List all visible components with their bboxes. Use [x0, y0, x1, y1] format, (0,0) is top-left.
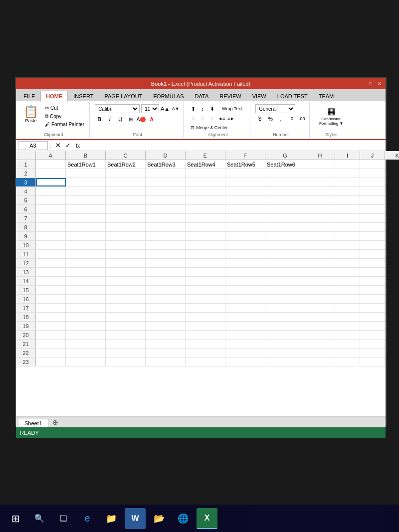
cell-C18[interactable] [106, 313, 146, 321]
cell-K11[interactable] [385, 250, 386, 258]
cell-K22[interactable] [385, 349, 386, 357]
name-box[interactable] [18, 141, 48, 150]
cell-J10[interactable] [360, 241, 385, 249]
cell-G12[interactable] [265, 259, 305, 267]
cell-E1[interactable]: Seat1Row4 [186, 160, 225, 169]
row-number-21[interactable]: 21 [16, 340, 36, 348]
cell-I20[interactable] [335, 331, 360, 339]
cell-A4[interactable] [36, 187, 66, 195]
align-right-btn[interactable]: ≡ [207, 114, 216, 123]
minimize-button[interactable]: — [358, 80, 366, 87]
cell-I3[interactable] [335, 178, 360, 186]
row-number-7[interactable]: 7 [16, 214, 36, 222]
cell-J4[interactable] [360, 187, 385, 195]
cell-E23[interactable] [186, 357, 225, 366]
cell-J5[interactable] [360, 196, 385, 204]
cell-A12[interactable] [36, 259, 66, 267]
cell-G18[interactable] [265, 313, 305, 321]
cell-B13[interactable] [66, 268, 106, 276]
cell-J12[interactable] [360, 259, 385, 267]
cell-F22[interactable] [225, 349, 265, 357]
cell-C11[interactable] [106, 250, 146, 258]
cell-D9[interactable] [146, 232, 186, 240]
cell-K1[interactable] [385, 160, 386, 169]
tab-load-test[interactable]: LOAD TEST [272, 90, 313, 101]
decrease-font-btn[interactable]: A▼ [171, 104, 180, 113]
cell-C2[interactable] [106, 169, 146, 177]
cell-I21[interactable] [335, 340, 360, 348]
cell-C20[interactable] [106, 331, 146, 339]
cell-K10[interactable] [385, 241, 386, 249]
cell-D20[interactable] [146, 331, 186, 339]
dollar-btn[interactable]: $ [255, 114, 264, 123]
search-button[interactable]: 🔍 [29, 508, 50, 529]
tab-view[interactable]: VIEW [247, 90, 272, 101]
cell-C9[interactable] [106, 232, 146, 240]
cell-E13[interactable] [186, 268, 225, 276]
cell-K14[interactable] [385, 277, 386, 285]
cell-I13[interactable] [335, 268, 360, 276]
col-header-c[interactable]: C [106, 151, 146, 160]
cell-K2[interactable] [385, 169, 386, 177]
cell-E10[interactable] [186, 241, 225, 249]
cell-H11[interactable] [305, 250, 335, 258]
cell-B19[interactable] [66, 322, 106, 330]
col-header-d[interactable]: D [146, 151, 186, 160]
cell-K15[interactable] [385, 286, 386, 294]
percent-btn[interactable]: % [266, 114, 275, 123]
cell-G5[interactable] [265, 196, 305, 204]
cell-D10[interactable] [146, 241, 186, 249]
cell-F12[interactable] [225, 259, 265, 267]
cell-I8[interactable] [335, 223, 360, 231]
cell-K16[interactable] [385, 295, 386, 303]
cell-D6[interactable] [146, 205, 186, 213]
cell-F10[interactable] [225, 241, 265, 249]
folder-button[interactable]: 📂 [149, 508, 170, 529]
cell-C21[interactable] [106, 340, 146, 348]
col-header-b[interactable]: B [66, 151, 106, 160]
cell-G16[interactable] [265, 295, 305, 303]
cell-I17[interactable] [335, 304, 360, 312]
cell-E2[interactable] [186, 169, 225, 177]
cell-D1[interactable]: Seat1Row3 [146, 160, 186, 169]
merge-center-btn[interactable]: ⊡ Merge & Center [189, 124, 230, 131]
cell-F4[interactable] [225, 187, 265, 195]
tab-insert[interactable]: INSERT [68, 90, 99, 101]
cell-K8[interactable] [385, 223, 386, 231]
tab-data[interactable]: DATA [190, 90, 214, 101]
tab-home[interactable]: HOME [40, 91, 68, 102]
cell-J6[interactable] [360, 205, 385, 213]
col-header-h[interactable]: H [305, 151, 335, 160]
cell-E9[interactable] [186, 232, 225, 240]
cell-E21[interactable] [186, 340, 225, 348]
cell-E22[interactable] [186, 349, 225, 357]
cell-D7[interactable] [146, 214, 186, 222]
cell-G13[interactable] [265, 268, 305, 276]
cell-H10[interactable] [305, 241, 335, 249]
tab-page-layout[interactable]: PAGE LAYOUT [99, 90, 148, 101]
cancel-formula-btn[interactable]: ✕ [53, 141, 62, 150]
cell-F1[interactable]: Seat1Row5 [225, 160, 265, 169]
decrease-decimal-btn[interactable]: .0 [287, 114, 296, 123]
cell-G7[interactable] [265, 214, 305, 222]
cell-C3[interactable] [106, 178, 146, 186]
comma-btn[interactable]: , [276, 114, 285, 123]
cell-E11[interactable] [186, 250, 225, 258]
cell-K12[interactable] [385, 259, 386, 267]
cell-F3[interactable] [225, 178, 265, 186]
cell-E18[interactable] [186, 313, 225, 321]
cell-B17[interactable] [66, 304, 106, 312]
copy-button[interactable]: ⧉ Copy [43, 112, 86, 120]
cell-E3[interactable] [186, 178, 225, 186]
row-number-10[interactable]: 10 [16, 241, 36, 249]
row-number-16[interactable]: 16 [16, 295, 36, 303]
cell-C15[interactable] [106, 286, 146, 294]
cell-H7[interactable] [305, 214, 335, 222]
cell-F9[interactable] [225, 232, 265, 240]
cell-F15[interactable] [225, 286, 265, 294]
cell-K7[interactable] [385, 214, 386, 222]
cell-D19[interactable] [146, 322, 186, 330]
cell-D8[interactable] [146, 223, 186, 231]
cell-A1[interactable] [36, 160, 66, 169]
cell-D18[interactable] [146, 313, 186, 321]
